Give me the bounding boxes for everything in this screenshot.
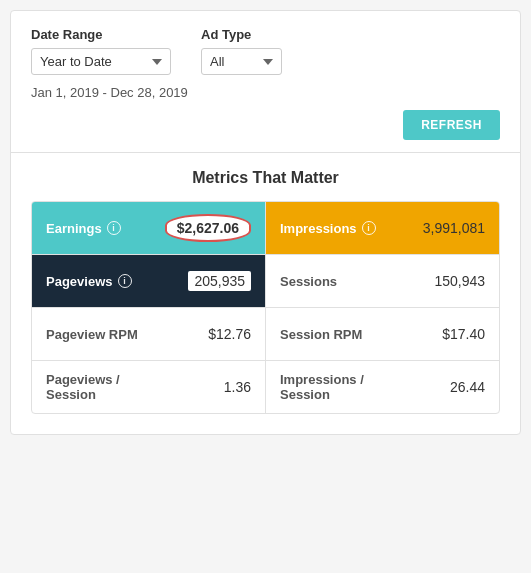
main-container: Date Range Year to Date Last 30 Days Las… [10, 10, 521, 435]
ad-type-select[interactable]: All Display Native Video [201, 48, 282, 75]
filter-section: Date Range Year to Date Last 30 Days Las… [11, 11, 520, 153]
earnings-label: Earnings i [46, 221, 121, 236]
pageviews-per-session-value: 1.36 [224, 379, 251, 395]
date-range-label: Date Range [31, 27, 171, 42]
pageviews-info-icon[interactable]: i [118, 274, 132, 288]
earnings-value: $2,627.06 [165, 214, 251, 242]
date-range-text: Jan 1, 2019 - Dec 28, 2019 [31, 85, 500, 100]
pageviews-cell: Pageviews i 205,935 [32, 255, 266, 307]
impressions-per-session-label: Impressions / Session [280, 372, 364, 402]
pageviews-value: 205,935 [188, 271, 251, 291]
metric-row-3: Pageview RPM $12.76 Session RPM $17.40 [32, 308, 499, 361]
metric-row-4: Pageviews / Session 1.36 Impressions / S… [32, 361, 499, 413]
pageview-rpm-cell: Pageview RPM $12.76 [32, 308, 266, 360]
pageviews-per-session-cell: Pageviews / Session 1.36 [32, 361, 266, 413]
earnings-info-icon[interactable]: i [107, 221, 121, 235]
sessions-value: 150,943 [434, 273, 485, 289]
metrics-grid: Earnings i $2,627.06 Impressions i 3,991… [31, 201, 500, 414]
impressions-label: Impressions i [280, 221, 376, 236]
pageview-rpm-label: Pageview RPM [46, 327, 138, 342]
metric-row-1: Earnings i $2,627.06 Impressions i 3,991… [32, 202, 499, 255]
impressions-per-session-value: 26.44 [450, 379, 485, 395]
sessions-label: Sessions [280, 274, 337, 289]
impressions-per-session-cell: Impressions / Session 26.44 [266, 361, 499, 413]
impressions-info-icon[interactable]: i [362, 221, 376, 235]
metric-row-2: Pageviews i 205,935 Sessions 150,943 [32, 255, 499, 308]
filter-row: Date Range Year to Date Last 30 Days Las… [31, 27, 500, 75]
pageviews-label: Pageviews i [46, 274, 132, 289]
pageviews-per-session-label: Pageviews / Session [46, 372, 120, 402]
ad-type-label: Ad Type [201, 27, 282, 42]
session-rpm-cell: Session RPM $17.40 [266, 308, 499, 360]
date-range-select[interactable]: Year to Date Last 30 Days Last 7 Days Cu… [31, 48, 171, 75]
date-range-group: Date Range Year to Date Last 30 Days Las… [31, 27, 171, 75]
session-rpm-label: Session RPM [280, 327, 362, 342]
impressions-value: 3,991,081 [423, 220, 485, 236]
session-rpm-value: $17.40 [442, 326, 485, 342]
earnings-cell: Earnings i $2,627.06 [32, 202, 266, 254]
ad-type-group: Ad Type All Display Native Video [201, 27, 282, 75]
metrics-section: Metrics That Matter Earnings i $2,627.06… [11, 153, 520, 434]
sessions-cell: Sessions 150,943 [266, 255, 499, 307]
refresh-button[interactable]: REFRESH [403, 110, 500, 140]
pageview-rpm-value: $12.76 [208, 326, 251, 342]
refresh-row: REFRESH [31, 110, 500, 140]
metrics-title: Metrics That Matter [31, 169, 500, 187]
impressions-cell: Impressions i 3,991,081 [266, 202, 499, 254]
